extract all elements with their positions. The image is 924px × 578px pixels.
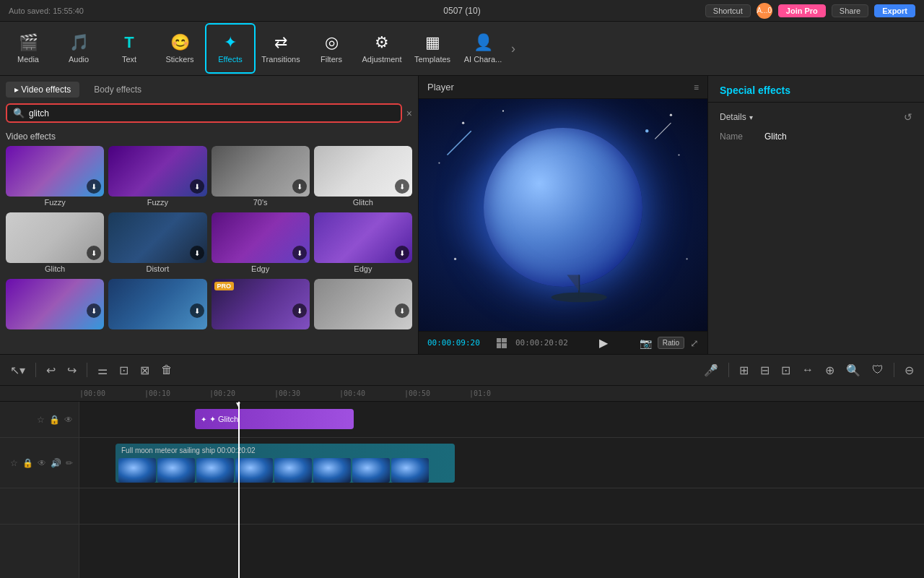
tool-templates[interactable]: ▦ Templates	[407, 23, 458, 74]
effect-card-70s[interactable]: ⬇ 70's	[212, 146, 310, 208]
svg-marker-12	[567, 275, 580, 291]
stickers-icon: 😊	[170, 33, 190, 52]
video-clip[interactable]: Full moon meteor sailing ship 00:00:20:0…	[116, 444, 455, 483]
left-tabs: ▸ Video effects Body effects	[0, 76, 418, 98]
redo-button[interactable]: ↪	[63, 361, 81, 380]
media-icon: 🎬	[19, 33, 38, 52]
tool-adjustment[interactable]: ⚙ Adjustment	[357, 23, 407, 74]
share-button[interactable]: Share	[832, 4, 868, 17]
download-icon[interactable]: ⬇	[190, 303, 204, 318]
tool-stickers[interactable]: 😊 Stickers	[154, 23, 205, 74]
select-tool-button[interactable]: ↖▾	[6, 361, 30, 380]
effect-card-glitch2[interactable]: ⬇ Glitch	[6, 212, 104, 275]
play-button[interactable]: ▶	[599, 336, 608, 350]
video-clip-label: Full moon meteor sailing ship 00:00:20:0…	[121, 447, 256, 454]
details-toggle[interactable]: Details ▾ ↺	[720, 111, 912, 123]
join-pro-button[interactable]: Join Pro	[778, 4, 826, 17]
toolbar-separator	[894, 363, 894, 377]
effect-card-fuzzy1[interactable]: ⬇ Fuzzy	[6, 146, 104, 208]
effect-card-gray[interactable]: ⬇	[314, 279, 412, 332]
download-icon[interactable]: ⬇	[190, 246, 204, 260]
split-clip-button[interactable]: ⊠	[136, 361, 154, 380]
effect-name: Glitch	[314, 197, 412, 208]
download-icon[interactable]: ⬇	[292, 246, 307, 260]
grid-view-icon[interactable]	[497, 338, 507, 348]
lock-icon[interactable]: 🔒	[22, 458, 33, 468]
svg-line-9	[655, 123, 671, 139]
split-button[interactable]: ⚌	[93, 361, 112, 380]
eye-icon[interactable]: 👁	[38, 458, 46, 468]
star-icon[interactable]: ☆	[10, 458, 18, 468]
main-area: ▸ Video effects Body effects 🔍 × Video e…	[0, 76, 924, 354]
tool-transitions[interactable]: ⇄ Transitions	[256, 23, 306, 74]
tool-effects[interactable]: ✦ Effects	[205, 23, 256, 74]
svg-line-8	[448, 131, 471, 155]
download-icon[interactable]: ⬇	[395, 179, 409, 194]
split-playhead-button[interactable]: ⊡	[115, 361, 133, 380]
right-panel-title: Special effects	[720, 85, 790, 96]
search-icon: 🔍	[13, 108, 25, 118]
svg-point-5	[438, 162, 440, 163]
download-icon[interactable]: ⬇	[190, 179, 204, 194]
shortcut-button[interactable]: Shortcut	[705, 4, 751, 17]
tool-btn-4[interactable]: ↔	[798, 361, 818, 379]
transitions-icon: ⇄	[274, 33, 287, 52]
effect-card-edgy2[interactable]: ⬇ Edgy	[314, 212, 412, 275]
video-track-control: ☆ 🔒 👁 🔊 ✏	[0, 438, 79, 488]
effect-card-pro[interactable]: PRO ⬇	[212, 279, 310, 332]
tool-btn-3[interactable]: ⊡	[777, 361, 795, 380]
pen-icon[interactable]: ✏	[66, 458, 73, 468]
ratio-button[interactable]: Ratio	[658, 337, 684, 349]
search-box: 🔍	[6, 103, 402, 123]
more-tools-icon[interactable]: ›	[508, 41, 518, 56]
ruler-mark-0: |00:00	[79, 389, 105, 397]
effect-card-fuzzy3[interactable]: ⬇	[6, 279, 104, 332]
player-menu-icon[interactable]: ≡	[694, 82, 699, 92]
effect-name: 70's	[212, 197, 310, 208]
tool-btn-7[interactable]: 🛡	[868, 361, 888, 379]
details-label: Details	[720, 112, 746, 122]
tool-media[interactable]: 🎬 Media	[3, 23, 53, 74]
avatar[interactable]: A...0	[757, 3, 772, 19]
fullscreen-icon[interactable]: ⤢	[690, 337, 699, 349]
tool-audio[interactable]: 🎵 Audio	[53, 23, 104, 74]
adjustment-icon: ⚙	[375, 33, 389, 52]
undo-button[interactable]: ↩	[42, 361, 60, 380]
audio-icon[interactable]: 🔊	[51, 458, 61, 468]
star-icon[interactable]: ☆	[37, 415, 45, 425]
tool-btn-1[interactable]: ⊞	[735, 361, 753, 380]
search-input[interactable]	[29, 108, 395, 118]
lock-icon[interactable]: 🔒	[49, 415, 60, 425]
download-icon[interactable]: ⬇	[292, 179, 307, 194]
tool-filters[interactable]: ◎ Filters	[306, 23, 357, 74]
eye-icon[interactable]: 👁	[64, 415, 73, 425]
tool-btn-5[interactable]: ⊕	[821, 361, 839, 380]
effect-card-glitch[interactable]: ⬇ Glitch	[314, 146, 412, 208]
track-controls: ☆ 🔒 👁 ☆ 🔒 👁 🔊 ✏	[0, 402, 79, 578]
reset-icon[interactable]: ↺	[904, 111, 912, 123]
timeline-tracks: ☆ 🔒 👁 ☆ 🔒 👁 🔊 ✏ ✦ ✦ Glitch	[0, 402, 924, 578]
tab-video-effects[interactable]: ▸ Video effects	[6, 82, 79, 98]
effect-name	[212, 329, 310, 332]
download-icon[interactable]: ⬇	[292, 303, 307, 318]
effect-card-distort[interactable]: ⬇ Distort	[108, 212, 206, 275]
record-button[interactable]: 🎤	[699, 361, 723, 380]
effect-card-person2[interactable]: ⬇	[108, 279, 206, 332]
effect-card-fuzzy2[interactable]: ⬇ Fuzzy	[108, 146, 206, 208]
clear-search-icon[interactable]: ×	[406, 108, 412, 119]
tool-btn-2[interactable]: ⊟	[756, 361, 774, 380]
toolbar-separator	[35, 363, 36, 377]
download-icon[interactable]: ⬇	[395, 246, 409, 260]
delete-button[interactable]: 🗑	[157, 361, 177, 379]
export-button[interactable]: Export	[874, 4, 915, 17]
tool-btn-6[interactable]: 🔍	[842, 361, 865, 380]
effect-card-edgy1[interactable]: ⬇ Edgy	[212, 212, 310, 275]
download-icon[interactable]: ⬇	[395, 303, 409, 318]
effect-clip-glitch[interactable]: ✦ ✦ Glitch	[195, 409, 354, 429]
camera-icon[interactable]: 📷	[640, 337, 652, 349]
tool-text[interactable]: T Text	[104, 23, 154, 74]
vid-thumb-7	[352, 458, 390, 483]
tool-ai-char[interactable]: 👤 AI Chara...	[458, 23, 508, 74]
zoom-out-button[interactable]: ⊖	[900, 361, 918, 380]
tab-body-effects[interactable]: Body effects	[85, 82, 150, 98]
